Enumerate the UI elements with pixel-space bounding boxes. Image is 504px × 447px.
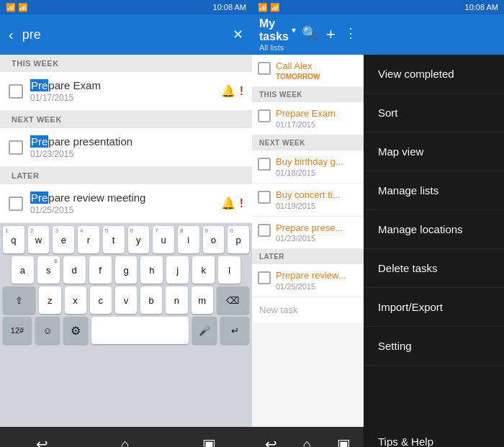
key-i[interactable]: 8i: [178, 226, 199, 253]
task-item: Prepare Exam 01/17/2015: [252, 102, 364, 135]
right-panel: My tasks ▾ All lists 🔍 + ⋮ Ca: [252, 14, 504, 447]
spacer: [252, 322, 364, 427]
key-b[interactable]: b: [140, 286, 162, 314]
key-o[interactable]: 9o: [203, 226, 225, 253]
key-n[interactable]: n: [166, 286, 187, 314]
menu-sort[interactable]: Sort: [364, 94, 504, 132]
menu-tips-help[interactable]: Tips & Help: [364, 423, 504, 447]
search-bar: ‹ ✕: [0, 14, 252, 55]
menu-manage-lists[interactable]: Manage lists: [364, 171, 504, 210]
menu-delete-tasks[interactable]: Delete tasks: [364, 249, 504, 288]
key-m[interactable]: m: [192, 286, 213, 314]
keyboard-row-2: a $s d f g h j k l: [0, 253, 252, 284]
menu-import-export[interactable]: Import/Export: [364, 288, 504, 327]
section-this-week: THIS WEEK: [0, 55, 252, 72]
right-nav-bar: ↩ ⌂ ▣: [252, 427, 364, 447]
space-key[interactable]: [91, 317, 189, 344]
keyboard-row-1: 1q 2w 3e 4r 5t 6y 7u 8i 9o 0p: [0, 223, 252, 253]
task-checkbox[interactable]: [258, 271, 271, 284]
emoji-key[interactable]: ☺: [35, 317, 60, 344]
shift-key[interactable]: ⇧: [3, 286, 35, 314]
right-time: 10:08 AM: [465, 3, 498, 12]
key-v[interactable]: v: [115, 286, 137, 314]
back-icon[interactable]: ‹: [9, 27, 14, 43]
task-checkbox[interactable]: [258, 191, 271, 204]
task-checkbox[interactable]: [258, 109, 271, 122]
task-info: Prepare prese... 01/23/2015: [276, 222, 343, 243]
task-checkbox[interactable]: [9, 140, 23, 155]
tasks-header: My tasks ▾ All lists 🔍 + ⋮: [252, 14, 364, 55]
key-y[interactable]: 6y: [128, 226, 150, 253]
nav-recent-icon[interactable]: ▣: [337, 435, 351, 447]
key-e[interactable]: 3e: [53, 226, 74, 253]
key-r[interactable]: 4r: [78, 226, 99, 253]
left-nav-bar: ↩ ⌂ ▣: [0, 427, 252, 447]
key-d[interactable]: d: [63, 256, 86, 284]
highlight-text: Pre: [30, 79, 48, 91]
task-item: Prepare prese... 01/23/2015: [252, 217, 364, 250]
task-title: Buy concert ti...: [276, 189, 341, 202]
right-status-bar: 📶 📶 10:08 AM: [252, 0, 504, 14]
key-l[interactable]: l: [218, 256, 240, 284]
menu-manage-locations[interactable]: Manage locations: [364, 210, 504, 249]
task-icons: 🔔 !: [221, 197, 243, 210]
key-c[interactable]: c: [90, 286, 112, 314]
key-z[interactable]: z: [39, 286, 60, 314]
menu-spacer: [364, 366, 504, 423]
menu-setting[interactable]: Setting: [364, 327, 504, 366]
key-p[interactable]: 0p: [228, 226, 249, 253]
key-a[interactable]: a: [12, 256, 34, 284]
key-j[interactable]: j: [166, 256, 189, 284]
task-item: Prepare review... 01/25/2015: [252, 264, 364, 297]
task-checkbox[interactable]: [258, 158, 271, 171]
section-next-week: NEXT WEEK: [0, 111, 252, 128]
key-k[interactable]: k: [192, 256, 215, 284]
task-checkbox[interactable]: [258, 62, 271, 75]
nav-home-icon[interactable]: ⌂: [121, 436, 130, 448]
key-x[interactable]: x: [65, 286, 86, 314]
keyboard-row-4: 12# ☺ ⚙ 🎤 ↵: [0, 314, 252, 347]
nav-back-icon[interactable]: ↩: [36, 435, 48, 447]
task-title: Prepare Exam: [276, 108, 336, 120]
task-item: Buy birthday g... 01/18/2015: [252, 150, 364, 184]
highlight-text: Pre: [30, 191, 48, 204]
key-g[interactable]: g: [115, 256, 138, 284]
backspace-key[interactable]: ⌫: [217, 286, 249, 314]
enter-key[interactable]: ↵: [220, 317, 249, 344]
task-title: Prepare prese...: [276, 222, 343, 235]
task-date: 01/17/2015: [276, 120, 336, 129]
key-w[interactable]: 2w: [28, 226, 50, 253]
task-checkbox[interactable]: [9, 197, 23, 211]
nav-home-icon[interactable]: ⌂: [302, 436, 311, 448]
nav-back-icon[interactable]: ↩: [265, 435, 277, 447]
settings-key[interactable]: ⚙: [63, 317, 88, 344]
task-title: Prepare review meeting: [30, 191, 214, 204]
add-task-icon[interactable]: +: [326, 25, 336, 44]
search-icon[interactable]: 🔍: [302, 25, 318, 44]
key-s[interactable]: $s: [37, 256, 60, 284]
task-item: Buy concert ti... 01/19/2015: [252, 184, 364, 217]
key-t[interactable]: 5t: [103, 226, 125, 253]
clear-search-button[interactable]: ✕: [233, 27, 243, 42]
key-u[interactable]: 7u: [153, 226, 174, 253]
key-f[interactable]: f: [89, 256, 112, 284]
task-item: Prepare review meeting 01/25/2015 🔔 !: [0, 184, 252, 223]
menu-view-completed[interactable]: View completed: [364, 55, 504, 94]
num-switch-key[interactable]: 12#: [3, 317, 32, 344]
more-options-icon[interactable]: ⋮: [344, 25, 357, 44]
mic-key[interactable]: 🎤: [192, 317, 217, 344]
key-q[interactable]: 1q: [3, 226, 24, 253]
task-info: Prepare Exam 01/17/2015: [276, 108, 336, 129]
key-h[interactable]: h: [140, 256, 163, 284]
menu-map-view[interactable]: Map view: [364, 132, 504, 171]
task-info: Buy concert ti... 01/19/2015: [276, 189, 341, 210]
task-checkbox[interactable]: [9, 84, 23, 99]
search-input[interactable]: [22, 27, 224, 42]
task-label: TOMORROW: [276, 73, 320, 81]
bell-icon: 🔔: [221, 197, 235, 210]
new-task-row[interactable]: New task: [252, 297, 364, 322]
task-date: 01/25/2015: [30, 205, 214, 215]
nav-recent-icon[interactable]: ▣: [202, 435, 216, 447]
dropdown-arrow-icon[interactable]: ▾: [292, 25, 296, 35]
task-checkbox[interactable]: [258, 224, 271, 237]
